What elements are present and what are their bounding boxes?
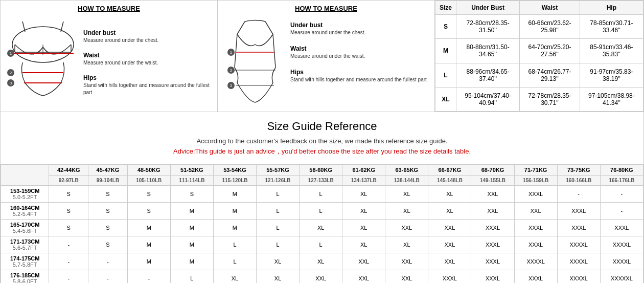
ref-size-cell: XL — [385, 236, 428, 253]
hip-cell: 91-97cm/35.83-38.19'' — [580, 63, 643, 87]
lb-header-cell: 92-97LB — [49, 176, 88, 186]
ref-size-cell: XXXL — [514, 220, 557, 236]
right-waist-desc: Measure around under the waist. — [290, 53, 365, 59]
ref-size-cell: XL — [342, 203, 385, 220]
waist-label-name: Waist — [83, 52, 158, 59]
ref-size-cell: L — [300, 236, 342, 253]
bra-illustration: 1 2 3 — [5, 16, 81, 105]
hip-cell: 97-105cm/38.98-41.34'' — [580, 87, 643, 111]
height-weight-cell: 171-173CM5.6-5.7FT — [1, 236, 49, 253]
top-section: HOW TO MEASURE — [0, 0, 644, 112]
swimsuit-illustration: 1 2 3 — [222, 16, 288, 107]
ref-size-cell: - — [127, 270, 170, 284]
kg-header-cell: 66-67KG — [428, 165, 471, 176]
waist-cell: 64-70cm/25.20-27.56'' — [520, 39, 580, 63]
size-cell: S — [435, 15, 456, 39]
ref-size-cell: XL — [385, 186, 428, 203]
ref-size-cell: XXL — [342, 270, 385, 284]
svg-line-16 — [237, 21, 245, 34]
ref-size-cell: XXL — [342, 253, 385, 270]
ref-size-cell: L — [213, 236, 256, 253]
ref-size-cell: M — [170, 253, 213, 270]
size-cell: L — [435, 63, 456, 87]
kg-header-cell: 51-52KG — [170, 165, 213, 176]
ref-size-cell: XL — [257, 253, 300, 270]
ref-size-cell: L — [257, 220, 300, 236]
left-measure-labels: Under bust Measure around under the ches… — [81, 16, 213, 102]
ref-size-cell: XL — [342, 186, 385, 203]
lb-header-cell: 149-155LB — [471, 176, 514, 186]
ref-size-cell: - — [557, 186, 600, 203]
waist-cell: 72-78cm/28.35-30.71'' — [520, 87, 580, 111]
ref-size-cell: XXL — [300, 270, 342, 284]
lb-header-cell: 105-110LB — [127, 176, 170, 186]
height-weight-cell: 153-159CM5.0-5.2FT — [1, 186, 49, 203]
ref-size-cell: XL — [257, 270, 300, 284]
reference-table-wrapper: 42-44KG45-47KG48-50KG51-52KG53-54KG55-57… — [0, 164, 644, 283]
ref-size-cell: XXXXL — [557, 253, 600, 270]
svg-text:1: 1 — [10, 51, 12, 56]
ref-size-cell: L — [300, 186, 342, 203]
ref-size-cell: S — [127, 186, 170, 203]
ref-size-cell: XXL — [428, 236, 471, 253]
ref-table-row: 174-175CM5.7-5.8FT--MMLXLXLXXLXXLXXLXXXL… — [1, 253, 643, 270]
ref-size-cell: S — [88, 236, 128, 253]
ref-size-cell: XXXXL — [600, 236, 643, 253]
lb-header-cell: 166-176LB — [600, 176, 643, 186]
ref-size-cell: S — [49, 186, 88, 203]
hip-cell: 78-85cm/30.71-33.46'' — [580, 15, 643, 39]
right-hips-name: Hips — [290, 69, 427, 76]
underbust-cell: 80-88cm/31.50-34.65'' — [456, 39, 520, 63]
size-cell: M — [435, 39, 456, 63]
ref-size-cell: - — [600, 186, 643, 203]
underbust-cell: 95-104cm/37.40-40.94'' — [456, 87, 520, 111]
ref-size-cell: XXL — [471, 203, 514, 220]
size-guide-advice: Advice:This guide is just an advice，you'… — [8, 147, 636, 156]
lb-header-cell: 138-144LB — [385, 176, 428, 186]
ref-size-cell: M — [127, 236, 170, 253]
right-underbust-desc: Measure around under the chest. — [290, 30, 365, 35]
height-weight-cell: 174-175CM5.7-5.8FT — [1, 253, 49, 270]
ref-table-row: 171-173CM5.6-5.7FT-SMMLLLXLXLXXLXXXLXXXL… — [1, 236, 643, 253]
ref-size-cell: XXXL — [557, 203, 600, 220]
left-diagram-title: HOW TO MEASURE — [5, 5, 213, 12]
kg-header-cell: 42-44KG — [49, 165, 88, 176]
svg-text:3: 3 — [10, 81, 12, 85]
ref-size-cell: XXL — [428, 253, 471, 270]
ref-size-cell: M — [213, 220, 256, 236]
ref-size-cell: S — [49, 203, 88, 220]
ref-size-cell: XXL — [385, 270, 428, 284]
ref-size-cell: XXXL — [514, 270, 557, 284]
ref-table-row: 153-159CM5.0-5.2FTSSSSMLLXLXLXLXXLXXXL-- — [1, 186, 643, 203]
ref-size-cell: S — [170, 186, 213, 203]
ref-size-cell: XXL — [428, 220, 471, 236]
kg-header-cell: 63-65KG — [385, 165, 428, 176]
kg-header-cell: 61-62KG — [342, 165, 385, 176]
ref-table-row: 160-164CM5.2-5.4FTSSSMMLLXLXLXLXXLXXLXXX… — [1, 203, 643, 220]
right-diagram-title: HOW TO MEASURE — [222, 5, 430, 12]
underbust-label-name: Under bust — [83, 29, 158, 36]
ref-size-cell: XXXL — [514, 236, 557, 253]
lb-header-cell: 99-104LB — [88, 176, 128, 186]
size-guide-title: Size Guide Reference — [8, 120, 636, 133]
size-guide-section: Size Guide Reference According to the cu… — [0, 112, 644, 164]
ref-size-cell: XL — [342, 236, 385, 253]
ref-size-cell: M — [213, 186, 256, 203]
ref-size-cell: XXXL — [471, 220, 514, 236]
size-table-row: M 80-88cm/31.50-34.65'' 64-70cm/25.20-27… — [435, 39, 643, 63]
hips-label: Hips Stand with hills together and measu… — [83, 74, 213, 96]
ref-size-cell: S — [88, 203, 128, 220]
svg-line-17 — [265, 21, 273, 34]
size-table-row: XL 95-104cm/37.40-40.94'' 72-78cm/28.35-… — [435, 87, 643, 111]
hip-cell: 85-91cm/33.46-35.83'' — [580, 39, 643, 63]
kg-header-cell: 68-70KG — [471, 165, 514, 176]
ref-size-cell: L — [257, 186, 300, 203]
size-measurement-table: Size Under Bust Waist Hip S 72-80cm/28.3… — [435, 1, 643, 112]
ref-size-cell: - — [88, 253, 128, 270]
ref-size-cell: - — [49, 253, 88, 270]
right-hips-label: Hips Stand with hills together and measu… — [290, 69, 430, 83]
waist-cell: 60-66cm/23.62-25.98'' — [520, 15, 580, 39]
svg-line-19 — [273, 34, 275, 68]
ref-size-cell: M — [127, 220, 170, 236]
underbust-cell: 88-96cm/34.65-37.40'' — [456, 63, 520, 87]
